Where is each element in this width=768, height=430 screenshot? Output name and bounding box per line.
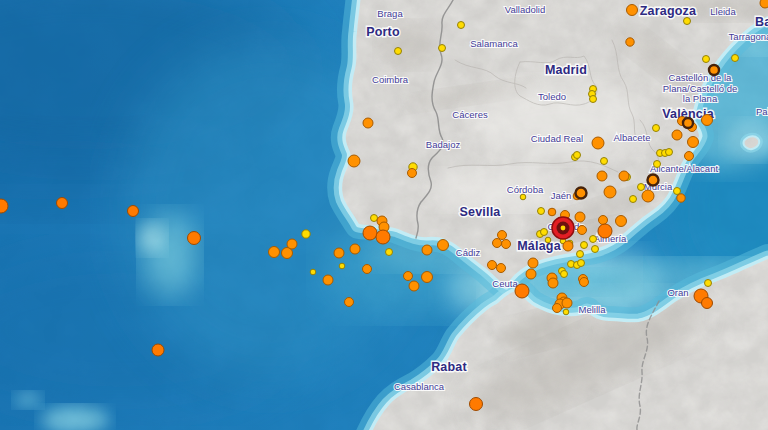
earthquake-marker[interactable] <box>493 239 502 248</box>
earthquake-marker[interactable] <box>590 236 597 243</box>
earthquake-marker[interactable] <box>685 152 694 161</box>
earthquake-marker[interactable] <box>439 45 446 52</box>
earthquake-marker[interactable] <box>188 232 201 245</box>
earthquake-marker[interactable] <box>287 239 297 249</box>
earthquake-marker[interactable] <box>345 298 354 307</box>
earthquake-marker[interactable] <box>404 272 413 281</box>
earthquake-marker[interactable] <box>408 169 417 178</box>
earthquake-marker[interactable] <box>576 188 587 199</box>
earthquake-marker[interactable] <box>502 240 511 249</box>
earthquake-marker[interactable] <box>541 229 548 236</box>
earthquake-marker[interactable] <box>57 198 68 209</box>
earthquake-marker[interactable] <box>376 230 390 244</box>
earthquake-marker[interactable] <box>599 216 608 225</box>
city-label: Salamanca <box>470 38 518 49</box>
earthquake-marker[interactable] <box>526 269 536 279</box>
epicenter-marker[interactable] <box>552 217 574 239</box>
earthquake-marker[interactable] <box>592 246 599 253</box>
earthquake-marker[interactable] <box>548 278 558 288</box>
city-label: Cádiz <box>456 247 481 258</box>
earthquake-marker[interactable] <box>269 247 280 258</box>
earthquake-marker[interactable] <box>128 206 139 217</box>
earthquake-marker[interactable] <box>562 298 572 308</box>
earthquake-marker[interactable] <box>395 48 402 55</box>
earthquake-marker[interactable] <box>638 184 645 191</box>
earthquake-marker[interactable] <box>653 125 660 132</box>
earthquake-marker[interactable] <box>684 18 691 25</box>
earthquake-marker[interactable] <box>334 248 344 258</box>
earthquake-marker[interactable] <box>497 264 506 273</box>
seismicity-map[interactable]: BragaPortoValladolidSalamancaMadridZarag… <box>0 0 768 430</box>
earthquake-marker[interactable] <box>470 398 483 411</box>
earthquake-marker[interactable] <box>674 188 681 195</box>
earthquake-marker[interactable] <box>630 196 637 203</box>
earthquake-marker[interactable] <box>627 5 638 16</box>
earthquake-marker[interactable] <box>677 194 685 202</box>
earthquake-marker[interactable] <box>348 155 360 167</box>
earthquake-marker[interactable] <box>702 115 713 126</box>
earthquake-marker[interactable] <box>409 281 419 291</box>
earthquake-marker[interactable] <box>561 271 568 278</box>
earthquake-marker[interactable] <box>515 284 529 298</box>
earthquake-marker[interactable] <box>709 65 719 75</box>
earthquake-marker[interactable] <box>598 224 612 238</box>
city-label: Ceuta <box>492 278 518 289</box>
earthquake-marker[interactable] <box>590 96 597 103</box>
epicenter-core-dot[interactable] <box>561 226 566 231</box>
earthquake-marker[interactable] <box>520 194 526 200</box>
earthquake-marker[interactable] <box>666 149 673 156</box>
earthquake-marker[interactable] <box>548 208 556 216</box>
earthquake-marker[interactable] <box>386 249 393 256</box>
earthquake-marker[interactable] <box>563 309 569 315</box>
earthquake-marker[interactable] <box>422 245 432 255</box>
earthquake-marker[interactable] <box>458 22 465 29</box>
earthquake-marker[interactable] <box>574 152 581 159</box>
map-screenshot: BragaPortoValladolidSalamancaMadridZarag… <box>0 0 768 430</box>
earthquake-marker[interactable] <box>592 137 604 149</box>
earthquake-marker[interactable] <box>528 258 538 268</box>
earthquake-marker[interactable] <box>581 242 588 249</box>
earthquake-marker[interactable] <box>702 298 713 309</box>
earthquake-marker[interactable] <box>578 226 587 235</box>
earthquake-marker[interactable] <box>601 158 608 165</box>
city-label: Porto <box>366 25 400 39</box>
earthquake-marker[interactable] <box>498 231 507 240</box>
earthquake-marker[interactable] <box>619 171 629 181</box>
earthquake-marker[interactable] <box>654 161 661 168</box>
earthquake-marker[interactable] <box>371 215 378 222</box>
earthquake-marker[interactable] <box>626 38 634 46</box>
earthquake-marker[interactable] <box>363 118 373 128</box>
earthquake-marker[interactable] <box>422 272 433 283</box>
earthquake-marker[interactable] <box>302 230 310 238</box>
earthquake-marker[interactable] <box>683 118 693 128</box>
earthquake-marker[interactable] <box>597 171 607 181</box>
earthquake-marker[interactable] <box>760 0 768 8</box>
earthquake-marker[interactable] <box>688 137 699 148</box>
earthquake-marker[interactable] <box>438 240 449 251</box>
earthquake-marker[interactable] <box>538 208 545 215</box>
earthquake-marker[interactable] <box>705 280 712 287</box>
earthquake-marker[interactable] <box>152 344 164 356</box>
earthquake-marker[interactable] <box>363 265 372 274</box>
earthquake-marker[interactable] <box>703 56 710 63</box>
earthquake-marker[interactable] <box>363 226 377 240</box>
earthquake-marker[interactable] <box>488 261 497 270</box>
earthquake-marker[interactable] <box>323 275 333 285</box>
earthquake-marker[interactable] <box>616 216 627 227</box>
earthquake-marker[interactable] <box>580 278 589 287</box>
earthquake-marker[interactable] <box>339 263 345 269</box>
earthquake-marker[interactable] <box>563 241 573 251</box>
earthquake-marker[interactable] <box>350 244 360 254</box>
city-label: Lleida <box>710 6 736 17</box>
earthquake-marker[interactable] <box>732 55 739 62</box>
earthquake-marker[interactable] <box>575 212 585 222</box>
earthquake-marker[interactable] <box>642 190 654 202</box>
earthquake-marker[interactable] <box>310 269 316 275</box>
earthquake-marker[interactable] <box>577 251 584 258</box>
earthquake-marker[interactable] <box>672 130 682 140</box>
earthquake-marker[interactable] <box>648 175 659 186</box>
earthquake-marker[interactable] <box>578 260 585 267</box>
earthquake-marker[interactable] <box>604 186 616 198</box>
earthquake-marker[interactable] <box>553 304 562 313</box>
earthquake-marker[interactable] <box>545 237 551 243</box>
